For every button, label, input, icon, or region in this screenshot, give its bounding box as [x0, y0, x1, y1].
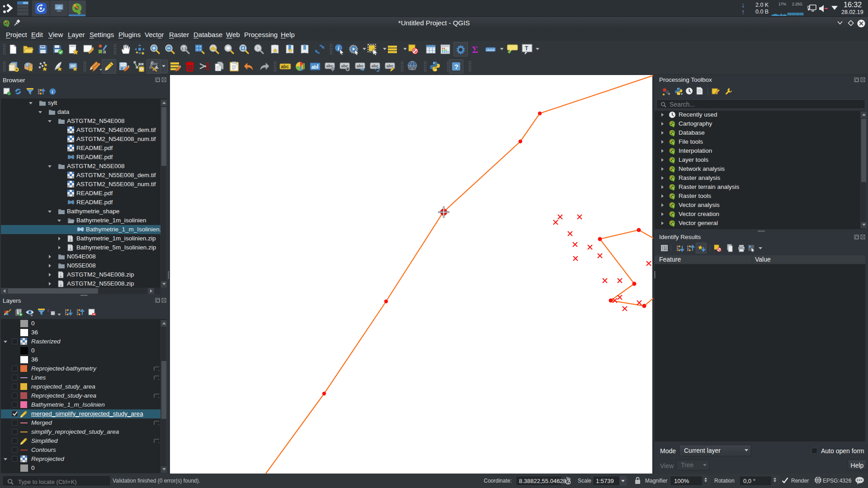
svg-text:abc: abc	[281, 64, 289, 69]
svg-text:T: T	[525, 45, 528, 52]
svg-text:abc: abc	[357, 64, 364, 68]
svg-text:ε: ε	[47, 307, 50, 313]
svg-text:1:1: 1:1	[182, 47, 187, 51]
svg-text:abc: abc	[372, 64, 379, 68]
svg-text:?: ?	[454, 63, 458, 70]
svg-text:ab: ab	[311, 64, 317, 70]
svg-text:Σ: Σ	[472, 44, 478, 55]
svg-text:abc: abc	[387, 64, 394, 68]
svg-text:i: i	[52, 89, 53, 94]
svg-text:a: a	[103, 49, 106, 54]
